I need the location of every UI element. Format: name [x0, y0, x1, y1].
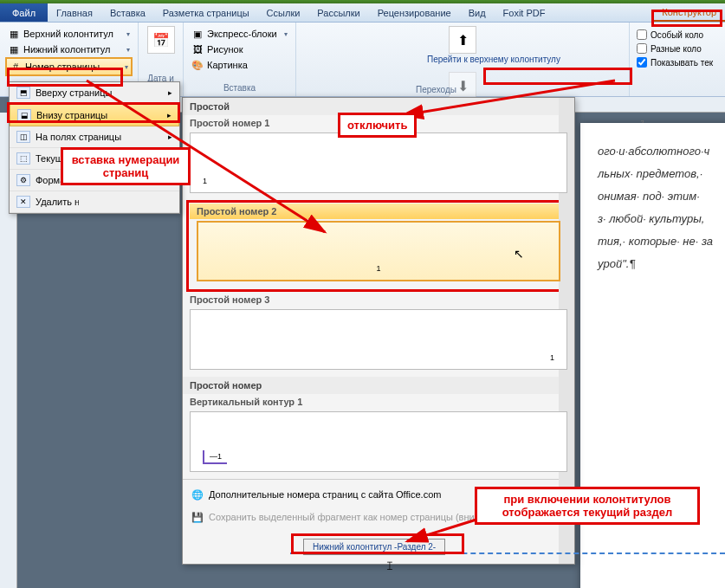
datetime-icon[interactable]: 📅	[147, 26, 175, 54]
chevron-down-icon: ▾	[125, 63, 128, 71]
footer-label: Нижний колонтитул	[23, 44, 110, 55]
nav-group-label: Переходы	[416, 83, 456, 94]
gallery-item-3[interactable]: 1	[190, 309, 567, 370]
tab-home[interactable]: Главная	[48, 3, 101, 22]
goto-header-button[interactable]: Перейти к верхнему колонтитулу	[424, 54, 502, 65]
ribbon-tabs: Файл Главная Вставка Разметка страницы С…	[0, 3, 725, 23]
annot-disable: отключить	[338, 113, 417, 138]
gallery-item-1[interactable]: 1	[190, 132, 567, 193]
tab-review[interactable]: Рецензирование	[369, 3, 460, 22]
tab-mail[interactable]: Рассылки	[308, 3, 368, 22]
footer-icon: ▦	[8, 43, 20, 55]
header-button[interactable]: ▦ Верхний колонтитул ▾	[5, 26, 133, 42]
remove-icon: ✕	[16, 196, 30, 208]
pagenum-icon: #	[10, 61, 22, 73]
gallery-item-v1[interactable]: —1	[190, 411, 567, 472]
margins-icon: ◫	[16, 131, 30, 143]
opt-different[interactable]: Разные коло	[637, 42, 718, 55]
submenu-arrow-icon: ▸	[168, 88, 172, 97]
tab-layout[interactable]: Разметка страницы	[154, 3, 258, 22]
submenu-arrow-icon: ▸	[167, 111, 172, 120]
tab-refs[interactable]: Ссылки	[258, 3, 309, 22]
office-icon: 🌐	[191, 488, 204, 501]
goto-header-icon[interactable]: ⬆	[449, 26, 476, 54]
header-icon: ▦	[8, 28, 20, 40]
bottom-icon: ⬓	[17, 109, 31, 121]
insert-group-label: Вставка	[189, 81, 290, 93]
clipart-icon: 🎨	[191, 59, 204, 71]
tab-view[interactable]: Вид	[460, 3, 495, 22]
save-icon: 💾	[191, 511, 204, 523]
menu-top[interactable]: ⬒ Вверху страницы ▸	[10, 82, 179, 104]
header-label: Верхний колонтитул	[23, 29, 113, 39]
chevron-down-icon: ▾	[126, 46, 130, 54]
current-icon: ⬚	[16, 152, 30, 165]
clipart-button[interactable]: 🎨 Картинка	[189, 57, 290, 73]
gallery-item-2-label: Простой номер 2	[190, 204, 567, 219]
picture-button[interactable]: 🖼 Рисунок	[189, 42, 290, 57]
top-icon: ⬒	[16, 87, 30, 99]
annot-insert: вставка нумерации страниц	[61, 147, 191, 185]
submenu-arrow-icon: ▸	[168, 132, 172, 141]
tab-designer[interactable]: Конструктор	[653, 3, 725, 22]
menu-remove[interactable]: ✕ Удалить номера страниц	[10, 191, 179, 213]
annot-section: при включении колонтитулов отображается …	[475, 487, 700, 525]
express-blocks-button[interactable]: ▣ Экспресс-блоки ▾	[189, 26, 290, 42]
text-cursor: 𝙸	[385, 559, 394, 573]
tab-file[interactable]: Файл	[0, 3, 48, 22]
picture-icon: 🖼	[191, 43, 204, 55]
tab-foxit[interactable]: Foxit PDF	[495, 3, 554, 22]
gallery-item-3-label: Простой номер 3	[183, 292, 574, 307]
gallery-section-simple2: Простой номер	[183, 377, 574, 394]
menu-margins[interactable]: ◫ На полях страницы ▸	[10, 126, 179, 148]
chevron-down-icon: ▾	[284, 30, 288, 38]
gallery-item-v1-label: Вертикальный контур 1	[183, 394, 574, 410]
opt-showtext[interactable]: Показывать тек	[637, 55, 718, 69]
cursor-icon: ↖	[514, 247, 524, 261]
pagenum-label: Номер страницы	[25, 61, 100, 72]
tab-insert[interactable]: Вставка	[101, 3, 154, 22]
menu-bottom[interactable]: ⬓ Внизу страницы ▸	[10, 104, 179, 126]
footer-section-tab[interactable]: Нижний колонтитул -Раздел 2-	[303, 539, 445, 555]
format-icon: ⚙	[16, 174, 30, 186]
opt-special[interactable]: Особый коло	[637, 28, 718, 42]
gallery-item-2[interactable]: 1 ↖	[197, 221, 560, 281]
footer-button[interactable]: ▦ Нижний колонтитул ▾	[5, 42, 133, 57]
page-number-button[interactable]: # Номер страницы ▾	[5, 57, 133, 76]
blocks-icon: ▣	[191, 28, 204, 40]
chevron-down-icon: ▾	[126, 30, 130, 38]
